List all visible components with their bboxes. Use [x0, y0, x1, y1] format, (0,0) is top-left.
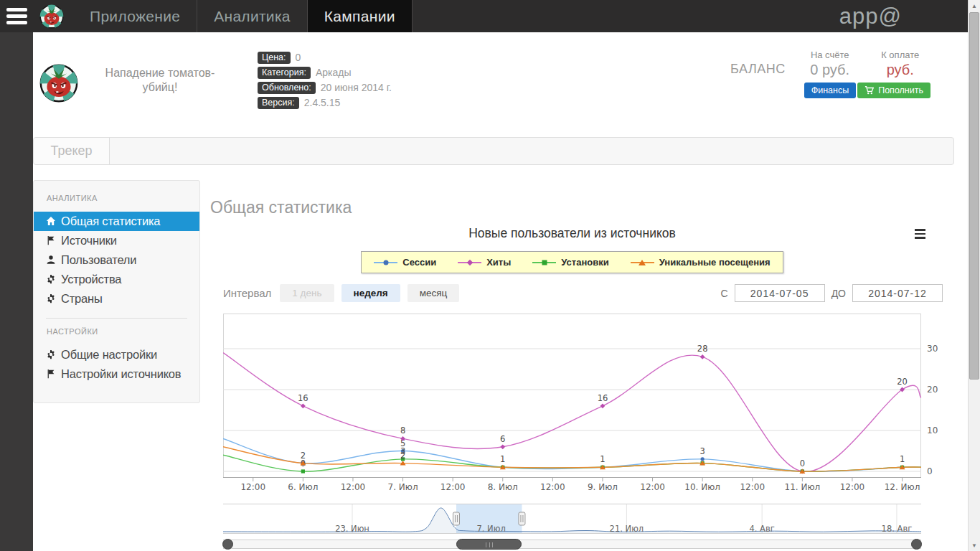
meta-value: 20 июня 2014 г. — [321, 82, 392, 93]
brand-logo: app@ — [839, 4, 902, 29]
interval-button[interactable]: 1 день — [280, 284, 334, 302]
legend-marker — [374, 259, 397, 265]
app-logo-icon[interactable] — [33, 0, 70, 32]
svg-text:12:00: 12:00 — [341, 482, 366, 491]
svg-text:23. Июн: 23. Июн — [335, 524, 369, 534]
sidebar-analytics-items: Общая статистика Источники Пользователи … — [34, 212, 199, 309]
chart-title: Новые пользователи из источников — [223, 226, 921, 241]
gear-icon — [46, 293, 57, 304]
svg-text:20: 20 — [897, 377, 908, 387]
sidebar-item[interactable]: Устройства — [34, 270, 199, 289]
tab-tracker[interactable]: Трекер — [34, 138, 110, 164]
svg-text:7. Июл: 7. Июл — [476, 524, 505, 534]
sidebar-item[interactable]: Общие настройки — [34, 345, 199, 364]
sidebar-item[interactable]: Настройки источников — [34, 364, 199, 384]
scroll-up-icon[interactable]: ▲ — [969, 0, 980, 11]
sidebar-item[interactable]: Общая статистика — [34, 212, 199, 231]
meta-value: 2.4.5.15 — [304, 97, 341, 108]
legend-marker — [631, 259, 654, 265]
date-to-input[interactable] — [852, 284, 943, 302]
svg-text:2: 2 — [400, 451, 405, 461]
app-icon — [39, 64, 78, 103]
meta-row: Цена: 0 — [258, 51, 392, 64]
scroll-down-icon[interactable]: ▼ — [969, 540, 980, 551]
account-label: На счёте — [804, 50, 856, 60]
meta-row: Версия: 2.4.5.15 — [258, 96, 392, 109]
legend-item[interactable]: Уникальные посещения — [631, 257, 771, 268]
svg-text:10: 10 — [927, 425, 938, 435]
page-title: Общая статистика — [210, 198, 954, 217]
svg-text:1: 1 — [600, 454, 605, 464]
svg-text:8. Июл: 8. Июл — [488, 482, 518, 491]
scrollbar-track[interactable] — [223, 540, 921, 549]
svg-text:6. Июл: 6. Июл — [288, 482, 318, 491]
navigator-handle[interactable] — [453, 512, 459, 525]
legend-item[interactable]: Хиты — [458, 257, 511, 268]
user-icon — [46, 255, 57, 265]
flag-icon — [46, 369, 57, 380]
svg-text:20: 20 — [927, 385, 938, 395]
interval-button[interactable]: месяц — [407, 284, 460, 302]
legend-item[interactable]: Установки — [532, 257, 608, 268]
due-label: К оплате — [875, 50, 926, 60]
chart-menu-icon[interactable] — [913, 227, 928, 241]
topup-button[interactable]: Пополнить — [857, 83, 930, 98]
svg-text:7. Июл: 7. Июл — [388, 482, 418, 491]
gear-icon — [46, 274, 57, 285]
svg-text:16: 16 — [298, 393, 308, 403]
chart-navigator[interactable]: 23. Июн7. Июл21. Июл4. Авг18. Авг — [223, 504, 955, 538]
chart-legend: Сессии Хиты Установки Уникальные посещ — [361, 251, 783, 273]
legend-item[interactable]: Сессии — [374, 257, 436, 268]
scrollbar-thumb[interactable] — [456, 539, 522, 550]
sidebar-item[interactable]: Пользователи — [34, 250, 199, 270]
scroll-right-button[interactable] — [911, 539, 922, 550]
chart-card: Новые пользователи из источников Сессии — [223, 226, 955, 550]
main-content: Нападение томатов-убийц! Цена: 0 Категор… — [33, 32, 968, 551]
app-title: Нападение томатов-убийц! — [88, 66, 232, 133]
svg-text:10. Июл: 10. Июл — [684, 482, 720, 491]
svg-text:9. Июл: 9. Июл — [588, 482, 618, 491]
date-from-input[interactable] — [735, 284, 825, 302]
sidebar-item[interactable]: Источники — [34, 231, 199, 250]
gear-icon — [46, 349, 57, 360]
sidebar-item[interactable]: Страны — [34, 289, 199, 309]
main-panel: Общая статистика Новые пользователи из и… — [209, 180, 954, 550]
svg-text:21. Июл: 21. Июл — [610, 524, 644, 534]
svg-text:11. Июл: 11. Июл — [785, 482, 821, 491]
sidebar-group-title: НАСТРОЙКИ — [34, 319, 199, 345]
svg-text:16: 16 — [598, 393, 608, 403]
interval-button[interactable]: неделя — [341, 284, 400, 302]
sidebar-panel: АНАЛИТИКА Общая статистика Источники Пол… — [33, 180, 200, 403]
meta-badge: Обновлено: — [258, 82, 316, 94]
meta-value: Аркады — [316, 67, 352, 78]
interval-label: Интервал — [223, 287, 271, 299]
meta-row: Обновлено: 20 июня 2014 г. — [258, 81, 392, 94]
sidebar-settings-items: Общие настройки Настройки источников — [34, 345, 199, 384]
finance-button[interactable]: Финансы — [804, 83, 856, 98]
navigator-handle[interactable] — [519, 512, 525, 525]
svg-text:6: 6 — [500, 434, 505, 444]
line-chart: 2531686162802003211112:006. Июл12:007. И… — [223, 312, 955, 491]
svg-text:8: 8 — [400, 425, 405, 435]
balance-title: БАЛАНС — [730, 62, 786, 133]
flag-icon — [46, 235, 57, 246]
meta-row: Категория: Аркады — [258, 66, 392, 79]
nav-tab[interactable]: Кампании — [308, 0, 413, 32]
menu-icon[interactable] — [0, 0, 33, 32]
svg-text:0: 0 — [800, 458, 805, 468]
app-meta: Цена: 0 Категория: Аркады Обновлено: 20 … — [258, 51, 392, 133]
interval-buttons: 1 деньнеделямесяц — [280, 284, 459, 302]
date-from-label: С — [721, 288, 728, 299]
app-header: Нападение томатов-убийц! Цена: 0 Категор… — [33, 32, 968, 133]
nav-tab[interactable]: Приложение — [73, 0, 197, 32]
cart-icon — [864, 85, 875, 95]
meta-badge: Цена: — [258, 52, 291, 64]
nav-tabs: ПриложениеАналитикаКампании — [73, 0, 413, 32]
tracker-bar: Трекер — [33, 137, 954, 165]
home-icon — [46, 216, 57, 227]
page-scrollbar-thumb[interactable] — [969, 12, 979, 380]
nav-tab[interactable]: Аналитика — [197, 0, 308, 32]
svg-text:30: 30 — [927, 344, 938, 354]
legend-marker — [532, 259, 556, 265]
scroll-left-button[interactable] — [222, 539, 233, 550]
